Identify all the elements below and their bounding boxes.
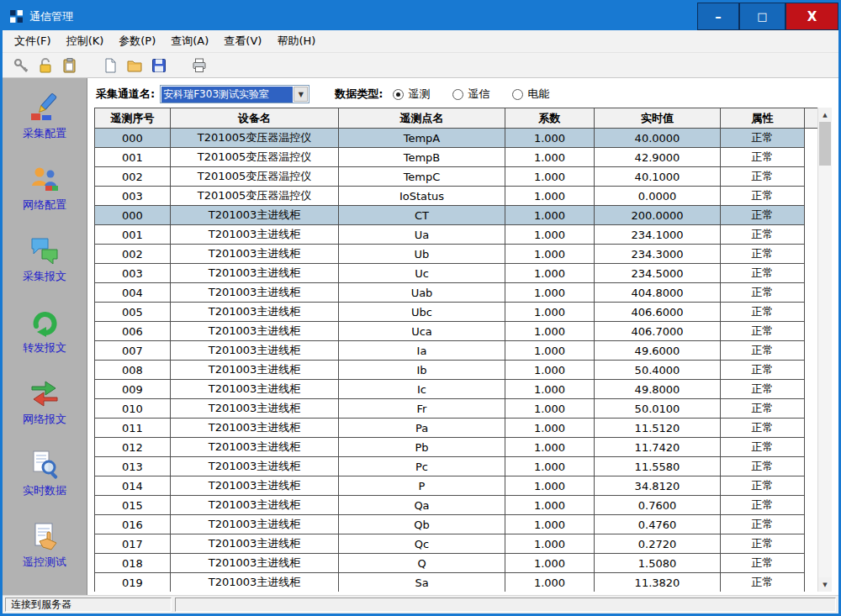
table-row[interactable]: 014T201003主进线柜P1.00034.8120正常 [95, 476, 818, 496]
table-row[interactable]: 011T201003主进线柜Pa1.00011.5120正常 [95, 419, 818, 438]
table-row[interactable]: 001T201005变压器温控仪TempB1.00042.9000正常 [95, 148, 818, 167]
window-title: 通信管理 [29, 9, 73, 24]
menu-item[interactable]: 帮助(H) [269, 30, 323, 52]
table-cell: 008 [95, 361, 171, 380]
radio-option[interactable]: 遥信 [452, 87, 489, 102]
menu-item[interactable]: 控制(K) [59, 30, 112, 52]
table-row[interactable]: 006T201003主进线柜Uca1.000406.7000正常 [95, 322, 818, 341]
table-cell: IoStatus [339, 187, 505, 206]
table-cell: 1.000 [505, 438, 595, 457]
table-row[interactable]: 000T201003主进线柜CT1.000200.0000正常 [95, 206, 818, 225]
forward-message-icon [29, 306, 61, 338]
table-row[interactable]: 012T201003主进线柜Pb1.00011.7420正常 [95, 438, 818, 457]
table-row[interactable]: 004T201003主进线柜Uab1.000404.8000正常 [95, 283, 818, 303]
table-cell-filler [805, 245, 818, 264]
table-row[interactable]: 015T201003主进线柜Qa1.0000.7600正常 [95, 496, 818, 515]
minimize-button[interactable]: – [697, 3, 739, 30]
table-cell: 正常 [721, 476, 805, 496]
radio-option[interactable]: 遥测 [393, 87, 430, 102]
table-cell: Ic [339, 380, 505, 399]
table-cell: 1.000 [505, 476, 595, 496]
save-button[interactable] [149, 55, 169, 76]
sidebar-item-label: 转发报文 [23, 340, 66, 355]
sidebar-item-1[interactable]: 网络配置 [23, 163, 66, 213]
scroll-down-button[interactable]: ▼ [818, 577, 832, 592]
table-cell: 1.000 [505, 167, 595, 187]
table-row[interactable]: 018T201003主进线柜Q1.0001.5080正常 [95, 554, 818, 573]
table-cell: T201005变压器温控仪 [171, 187, 339, 206]
table-row[interactable]: 000T201005变压器温控仪TempA1.00040.0000正常 [95, 129, 818, 148]
table-row[interactable]: 017T201003主进线柜Qc1.0000.2720正常 [95, 534, 818, 554]
channel-select[interactable]: 安科瑞F303测试实验室 ▼ [160, 85, 309, 103]
table-cell: T201003主进线柜 [171, 554, 339, 573]
close-button[interactable]: X [785, 3, 838, 30]
table-header[interactable]: 属性 [721, 108, 805, 129]
table-row[interactable]: 010T201003主进线柜Fr1.00050.0100正常 [95, 399, 818, 419]
table-cell-filler [805, 496, 818, 515]
table-cell: T201003主进线柜 [171, 534, 339, 554]
table-row[interactable]: 001T201003主进线柜Ua1.000234.1000正常 [95, 225, 818, 245]
table-row[interactable]: 002T201003主进线柜Ub1.000234.3000正常 [95, 245, 818, 264]
chevron-down-icon[interactable]: ▼ [294, 87, 308, 102]
table-row[interactable]: 007T201003主进线柜Ia1.00049.6000正常 [95, 341, 818, 361]
table-row[interactable]: 019T201003主进线柜Sa1.00011.3820正常 [95, 573, 818, 592]
table-cell: T201003主进线柜 [171, 245, 339, 264]
sidebar-item-3[interactable]: 转发报文 [23, 306, 66, 355]
table-cell: T201003主进线柜 [171, 225, 339, 245]
menu-item[interactable]: 参数(P) [111, 30, 163, 52]
sidebar-item-0[interactable]: 采集配置 [23, 92, 66, 141]
new-file-button[interactable] [100, 55, 120, 76]
status-panel [175, 598, 836, 612]
table-cell: 406.6000 [595, 303, 721, 322]
sidebar-item-6[interactable]: 遥控测试 [23, 520, 66, 570]
table-cell: 49.8000 [595, 380, 721, 399]
table-row[interactable]: 003T201003主进线柜Uc1.000234.5000正常 [95, 264, 818, 283]
menu-item[interactable]: 查询(A) [163, 30, 216, 52]
table-cell: 1.000 [505, 264, 595, 283]
table-cell-filler [805, 303, 818, 322]
menu-item[interactable]: 查看(V) [216, 30, 269, 52]
table-header[interactable]: 遥测点名 [339, 108, 505, 129]
scrollbar-track[interactable] [818, 122, 832, 577]
table-cell-filler [805, 361, 818, 380]
table-header[interactable]: 系数 [505, 108, 595, 129]
table-cell: Ia [339, 341, 505, 361]
radio-option[interactable]: 电能 [512, 87, 549, 102]
menu-item[interactable]: 文件(F) [7, 30, 59, 52]
vertical-scrollbar[interactable]: ▲ ▼ [817, 108, 832, 592]
table-row[interactable]: 003T201005变压器温控仪IoStatus1.0000.0000正常 [95, 187, 818, 206]
table-cell: 1.000 [505, 496, 595, 515]
table-row[interactable]: 002T201005变压器温控仪TempC1.00040.1000正常 [95, 167, 818, 187]
title-bar[interactable]: 通信管理 – □ X [3, 3, 838, 30]
open-folder-button[interactable] [124, 55, 145, 76]
table-cell: 1.000 [505, 534, 595, 554]
table-cell: 011 [95, 419, 171, 438]
table-cell-filler [805, 476, 818, 496]
table-cell: 正常 [721, 554, 805, 573]
sidebar-item-4[interactable]: 网络报文 [23, 377, 66, 427]
unlock-button[interactable] [35, 55, 56, 76]
scrollbar-thumb[interactable] [819, 122, 831, 166]
table-row[interactable]: 009T201003主进线柜Ic1.00049.8000正常 [95, 380, 818, 399]
table-header[interactable]: 实时值 [595, 108, 721, 129]
paste-button[interactable] [60, 55, 80, 76]
table-cell: 1.000 [505, 380, 595, 399]
table-row[interactable]: 005T201003主进线柜Ubc1.000406.6000正常 [95, 303, 818, 322]
table-cell: 42.9000 [595, 148, 721, 167]
sidebar-item-2[interactable]: 采集报文 [23, 234, 66, 284]
table-row[interactable]: 013T201003主进线柜Pc1.00011.5580正常 [95, 457, 818, 476]
table-row[interactable]: 008T201003主进线柜Ib1.00050.4000正常 [95, 361, 818, 380]
filter-bar: 采集通道名: 安科瑞F303测试实验室 ▼ 数据类型: 遥测遥信电能 [96, 84, 832, 104]
sidebar-item-5[interactable]: 实时数据 [23, 449, 66, 498]
table-header[interactable]: 遥测序号 [95, 108, 171, 129]
scroll-up-button[interactable]: ▲ [818, 108, 832, 122]
table-cell: 正常 [721, 264, 805, 283]
table-row[interactable]: 016T201003主进线柜Qb1.0000.4760正常 [95, 515, 818, 534]
table-cell-filler [805, 283, 818, 303]
table-header[interactable]: 设备名 [171, 108, 339, 129]
table-cell: 016 [95, 515, 171, 534]
maximize-button[interactable]: □ [739, 3, 785, 30]
table-cell: Qb [339, 515, 505, 534]
key-button[interactable] [11, 55, 31, 76]
print-button[interactable] [189, 55, 209, 76]
